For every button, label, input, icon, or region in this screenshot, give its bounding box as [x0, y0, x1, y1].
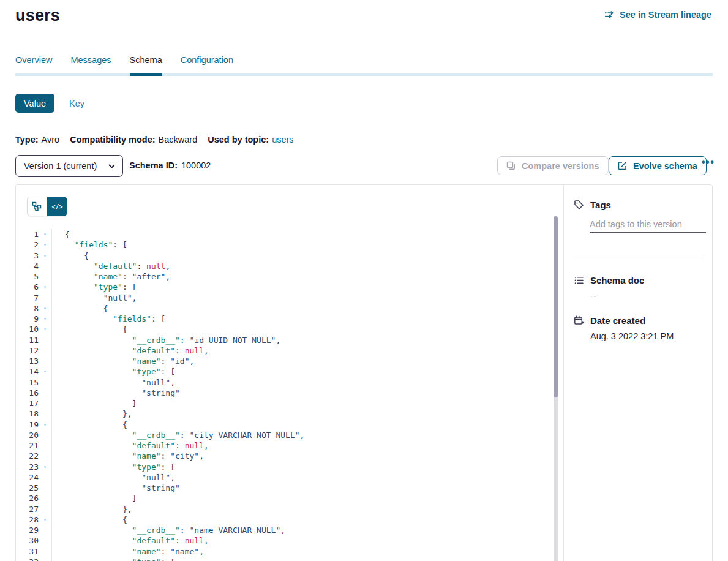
code-lines: 1▾{2▾ "fields": [3▾ {4 "default": null,5… — [16, 229, 553, 561]
schema-id-value: 100002 — [181, 160, 211, 170]
fold-arrow-icon[interactable]: ▾ — [39, 557, 51, 561]
schema-doc-section: Schema doc -- — [574, 275, 704, 301]
line-number: 13 — [16, 356, 39, 366]
tree-view-button[interactable] — [27, 197, 47, 216]
code-line: 29 "__crdb__": "name VARCHAR NULL", — [16, 525, 553, 535]
fold-gutter — [39, 345, 51, 356]
line-number: 25 — [16, 483, 39, 493]
code-line-text: }, — [51, 504, 553, 514]
compare-versions-button[interactable]: Compare versions — [497, 156, 609, 175]
code-line-text: { — [51, 324, 553, 334]
code-line: 19▾ { — [16, 420, 553, 430]
fold-arrow-icon[interactable]: ▾ — [39, 314, 51, 324]
line-number: 9 — [16, 314, 39, 324]
add-tags-input[interactable] — [590, 218, 706, 233]
line-number: 28 — [16, 514, 39, 525]
fold-gutter — [39, 293, 51, 303]
code-line: 23▾ "type": [ — [16, 462, 553, 472]
line-number: 5 — [16, 271, 39, 282]
line-number: 3 — [16, 250, 39, 261]
tab-schema[interactable]: Schema — [130, 55, 162, 73]
line-number: 27 — [16, 504, 39, 514]
line-number: 15 — [16, 377, 39, 388]
fold-gutter — [39, 377, 51, 388]
line-number: 26 — [16, 493, 39, 503]
fold-arrow-icon[interactable]: ▾ — [39, 324, 51, 334]
fold-gutter — [39, 335, 51, 345]
line-number: 21 — [16, 440, 39, 451]
code-line: 3▾ { — [16, 250, 553, 261]
fold-gutter — [39, 472, 51, 483]
list-icon — [574, 275, 584, 285]
code-line: 13 "name": "id", — [16, 356, 553, 366]
see-in-stream-lineage-link[interactable]: See in Stream lineage — [604, 10, 711, 20]
tag-icon — [574, 200, 584, 210]
code-line: 11 "__crdb__": "id UUID NOT NULL", — [16, 335, 553, 345]
editor-scrollbar-thumb[interactable] — [554, 216, 558, 397]
code-line-text: "fields": [ — [51, 314, 553, 324]
fold-arrow-icon[interactable]: ▾ — [39, 229, 51, 239]
code-line: 10▾ { — [16, 324, 553, 334]
fold-arrow-icon[interactable]: ▾ — [39, 462, 51, 472]
code-line: 24 "null", — [16, 472, 553, 483]
code-line: 12 "default": null, — [16, 345, 553, 356]
value-key-toggle: Value Key — [15, 94, 84, 113]
page-title: users — [15, 6, 60, 25]
value-button[interactable]: Value — [15, 94, 54, 113]
schema-page: users See in Stream lineage Overview Mes… — [0, 0, 728, 561]
fold-gutter — [39, 504, 51, 514]
type-label: Type: — [15, 135, 39, 145]
key-button[interactable]: Key — [69, 99, 84, 108]
line-number: 2 — [16, 239, 39, 250]
line-number: 11 — [16, 335, 39, 345]
code-line-text: "string" — [51, 388, 553, 398]
code-line-text: "null", — [51, 377, 553, 388]
schema-doc-heading: Schema doc — [590, 275, 644, 285]
tab-underline-track — [15, 73, 713, 76]
compatibility-mode-value: Backward — [159, 135, 198, 145]
line-number: 8 — [16, 303, 39, 314]
more-actions-button[interactable]: ••• — [702, 157, 715, 168]
tab-messages[interactable]: Messages — [70, 55, 111, 73]
fold-arrow-icon[interactable]: ▾ — [39, 282, 51, 292]
line-number: 1 — [16, 229, 39, 239]
tags-section: Tags — [574, 200, 704, 233]
code-line-text: }, — [51, 409, 553, 419]
line-number: 12 — [16, 345, 39, 356]
code-line: 14▾ "type": [ — [16, 366, 553, 377]
code-line-text: "string" — [51, 483, 553, 493]
evolve-schema-button[interactable]: Evolve schema — [609, 156, 707, 175]
fold-arrow-icon[interactable]: ▾ — [39, 303, 51, 314]
topic-link[interactable]: users — [272, 135, 293, 145]
editor-scrollbar-track[interactable] — [554, 216, 558, 561]
line-number: 6 — [16, 282, 39, 292]
code-line: 25 "string" — [16, 483, 553, 493]
code-line-text: "type": [ — [51, 282, 553, 292]
fold-arrow-icon[interactable]: ▾ — [39, 420, 51, 430]
line-number: 24 — [16, 472, 39, 483]
tab-configuration[interactable]: Configuration — [181, 55, 233, 73]
version-select[interactable]: Version 1 (current) — [15, 155, 123, 177]
fold-arrow-icon[interactable]: ▾ — [39, 239, 51, 250]
sidebar-section-divider — [573, 257, 704, 257]
fold-arrow-icon[interactable]: ▾ — [39, 250, 51, 261]
schema-view-toggle: </> — [27, 197, 67, 216]
date-created-heading: Date created — [590, 315, 645, 326]
code-line-text: "type": [ — [51, 462, 553, 472]
type-value: Avro — [42, 135, 60, 145]
code-line: 21 "default": null, — [16, 440, 553, 451]
code-line: 17 ] — [16, 398, 553, 409]
code-line: 26 ] — [16, 493, 553, 503]
line-number: 14 — [16, 366, 39, 377]
fold-gutter — [39, 409, 51, 419]
compare-versions-label: Compare versions — [522, 161, 599, 171]
line-number: 20 — [16, 430, 39, 440]
code-line: 5 "name": "after", — [16, 271, 553, 282]
tab-overview[interactable]: Overview — [15, 55, 52, 73]
code-line: 9▾ "fields": [ — [16, 314, 553, 324]
tags-heading: Tags — [590, 200, 611, 210]
schema-doc-value: -- — [590, 291, 704, 301]
code-view-button[interactable]: </> — [47, 197, 67, 216]
fold-arrow-icon[interactable]: ▾ — [39, 366, 51, 377]
fold-arrow-icon[interactable]: ▾ — [39, 514, 51, 525]
